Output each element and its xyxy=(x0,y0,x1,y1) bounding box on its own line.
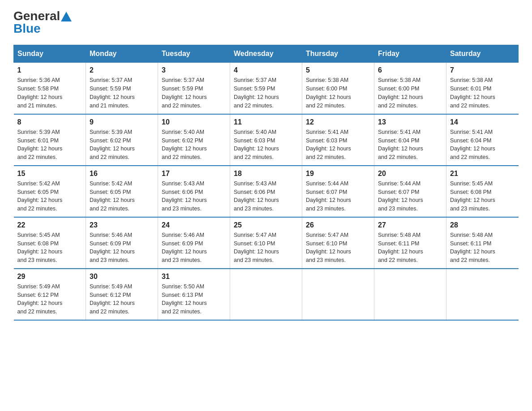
sunset-label: Sunset: 6:07 PM xyxy=(378,189,419,195)
day-info: Sunrise: 5:37 AM Sunset: 5:59 PM Dayligh… xyxy=(90,76,154,110)
sunset-label: Sunset: 5:59 PM xyxy=(90,86,131,92)
day-number: 3 xyxy=(162,66,226,74)
sunrise-label: Sunrise: 5:37 AM xyxy=(234,77,276,83)
daylight-minutes: and 22 minutes. xyxy=(306,154,346,160)
sunrise-label: Sunrise: 5:38 AM xyxy=(306,77,348,83)
daylight-minutes: and 22 minutes. xyxy=(378,154,418,160)
day-cell-30: 30 Sunrise: 5:49 AM Sunset: 6:12 PM Dayl… xyxy=(86,269,158,320)
daylight-minutes: and 22 minutes. xyxy=(17,308,57,315)
daylight-minutes: and 23 minutes. xyxy=(450,206,490,212)
day-number: 18 xyxy=(234,170,298,178)
day-cell-5: 5 Sunrise: 5:38 AM Sunset: 6:00 PM Dayli… xyxy=(302,63,374,114)
day-info: Sunrise: 5:48 AM Sunset: 6:11 PM Dayligh… xyxy=(450,231,515,265)
day-info: Sunrise: 5:41 AM Sunset: 6:04 PM Dayligh… xyxy=(450,128,515,162)
day-number: 25 xyxy=(234,221,298,229)
day-cell-12: 12 Sunrise: 5:41 AM Sunset: 6:03 PM Dayl… xyxy=(302,114,374,166)
daylight-label: Daylight: 12 hours xyxy=(450,146,495,152)
day-info: Sunrise: 5:44 AM Sunset: 6:07 PM Dayligh… xyxy=(378,180,442,213)
day-info: Sunrise: 5:49 AM Sunset: 6:12 PM Dayligh… xyxy=(17,283,82,316)
daylight-minutes: and 23 minutes. xyxy=(306,257,346,263)
sunrise-label: Sunrise: 5:48 AM xyxy=(450,232,493,238)
day-info: Sunrise: 5:37 AM Sunset: 5:59 PM Dayligh… xyxy=(162,76,226,110)
day-info: Sunrise: 5:43 AM Sunset: 6:06 PM Dayligh… xyxy=(234,180,298,213)
day-info: Sunrise: 5:38 AM Sunset: 6:00 PM Dayligh… xyxy=(306,76,370,110)
sunrise-label: Sunrise: 5:47 AM xyxy=(234,232,276,238)
day-info: Sunrise: 5:40 AM Sunset: 6:02 PM Dayligh… xyxy=(162,128,226,162)
daylight-label: Daylight: 12 hours xyxy=(306,197,351,203)
sunset-label: Sunset: 6:11 PM xyxy=(378,240,419,247)
daylight-label: Daylight: 12 hours xyxy=(162,146,207,152)
sunrise-label: Sunrise: 5:37 AM xyxy=(90,77,132,83)
daylight-minutes: and 23 minutes. xyxy=(17,257,57,263)
day-cell-21: 21 Sunrise: 5:45 AM Sunset: 6:08 PM Dayl… xyxy=(446,166,519,217)
sunset-label: Sunset: 5:59 PM xyxy=(234,86,275,92)
day-cell-27: 27 Sunrise: 5:48 AM Sunset: 6:11 PM Dayl… xyxy=(374,217,446,269)
sunrise-label: Sunrise: 5:41 AM xyxy=(378,129,420,135)
day-number: 15 xyxy=(17,170,82,178)
sunset-label: Sunset: 6:12 PM xyxy=(17,292,59,298)
day-number: 10 xyxy=(162,118,226,126)
day-cell-14: 14 Sunrise: 5:41 AM Sunset: 6:04 PM Dayl… xyxy=(446,114,519,166)
day-info: Sunrise: 5:36 AM Sunset: 5:58 PM Dayligh… xyxy=(17,76,82,110)
daylight-minutes: and 23 minutes. xyxy=(90,257,129,263)
sunset-label: Sunset: 6:05 PM xyxy=(90,189,131,195)
day-number: 4 xyxy=(234,66,298,74)
day-cell-2: 2 Sunrise: 5:37 AM Sunset: 5:59 PM Dayli… xyxy=(86,63,158,114)
weekday-header-thursday: Thursday xyxy=(302,45,374,63)
daylight-label: Daylight: 12 hours xyxy=(378,94,423,100)
weekday-header-tuesday: Tuesday xyxy=(158,45,230,63)
daylight-label: Daylight: 12 hours xyxy=(306,146,351,152)
day-cell-9: 9 Sunrise: 5:39 AM Sunset: 6:02 PM Dayli… xyxy=(86,114,158,166)
day-number: 21 xyxy=(450,170,515,178)
day-cell-19: 19 Sunrise: 5:44 AM Sunset: 6:07 PM Dayl… xyxy=(302,166,374,217)
daylight-minutes: and 23 minutes. xyxy=(234,206,274,212)
daylight-label: Daylight: 12 hours xyxy=(17,146,63,152)
daylight-label: Daylight: 12 hours xyxy=(17,94,63,100)
weekday-header-wednesday: Wednesday xyxy=(230,45,302,63)
sunrise-label: Sunrise: 5:38 AM xyxy=(450,77,493,83)
daylight-minutes: and 22 minutes. xyxy=(306,103,346,109)
empty-cell xyxy=(374,269,446,320)
svg-marker-0 xyxy=(61,12,72,21)
sunset-label: Sunset: 6:04 PM xyxy=(378,137,419,144)
day-number: 20 xyxy=(378,170,442,178)
sunrise-label: Sunrise: 5:41 AM xyxy=(306,129,348,135)
daylight-label: Daylight: 12 hours xyxy=(450,94,495,100)
day-number: 1 xyxy=(17,66,82,74)
daylight-minutes: and 22 minutes. xyxy=(17,206,57,212)
empty-cell xyxy=(302,269,374,320)
sunset-label: Sunset: 6:03 PM xyxy=(306,137,347,144)
daylight-label: Daylight: 12 hours xyxy=(162,248,207,255)
day-info: Sunrise: 5:40 AM Sunset: 6:03 PM Dayligh… xyxy=(234,128,298,162)
day-number: 16 xyxy=(90,170,154,178)
sunset-label: Sunset: 6:11 PM xyxy=(450,240,491,247)
sunrise-label: Sunrise: 5:42 AM xyxy=(90,180,132,187)
daylight-minutes: and 23 minutes. xyxy=(306,206,346,212)
daylight-minutes: and 23 minutes. xyxy=(378,206,418,212)
day-number: 23 xyxy=(90,221,154,229)
empty-cell xyxy=(230,269,302,320)
sunset-label: Sunset: 6:01 PM xyxy=(450,86,491,92)
day-info: Sunrise: 5:47 AM Sunset: 6:10 PM Dayligh… xyxy=(234,231,298,265)
day-info: Sunrise: 5:47 AM Sunset: 6:10 PM Dayligh… xyxy=(306,231,370,265)
weekday-header-friday: Friday xyxy=(374,45,446,63)
day-info: Sunrise: 5:49 AM Sunset: 6:12 PM Dayligh… xyxy=(90,283,154,316)
sunrise-label: Sunrise: 5:49 AM xyxy=(90,283,132,290)
day-info: Sunrise: 5:38 AM Sunset: 6:01 PM Dayligh… xyxy=(450,76,515,110)
day-number: 6 xyxy=(378,66,442,74)
day-info: Sunrise: 5:50 AM Sunset: 6:13 PM Dayligh… xyxy=(162,283,226,316)
daylight-minutes: and 21 minutes. xyxy=(90,103,129,109)
sunrise-label: Sunrise: 5:44 AM xyxy=(378,180,420,187)
sunset-label: Sunset: 6:03 PM xyxy=(234,137,275,144)
day-cell-23: 23 Sunrise: 5:46 AM Sunset: 6:09 PM Dayl… xyxy=(86,217,158,269)
day-number: 27 xyxy=(378,221,442,229)
day-cell-11: 11 Sunrise: 5:40 AM Sunset: 6:03 PM Dayl… xyxy=(230,114,302,166)
day-info: Sunrise: 5:42 AM Sunset: 6:05 PM Dayligh… xyxy=(17,180,82,213)
daylight-minutes: and 23 minutes. xyxy=(234,257,274,263)
day-number: 30 xyxy=(90,273,154,281)
day-number: 14 xyxy=(450,118,515,126)
calendar-header: SundayMondayTuesdayWednesdayThursdayFrid… xyxy=(14,45,519,63)
day-number: 11 xyxy=(234,118,298,126)
day-cell-7: 7 Sunrise: 5:38 AM Sunset: 6:01 PM Dayli… xyxy=(446,63,519,114)
sunrise-label: Sunrise: 5:48 AM xyxy=(378,232,420,238)
